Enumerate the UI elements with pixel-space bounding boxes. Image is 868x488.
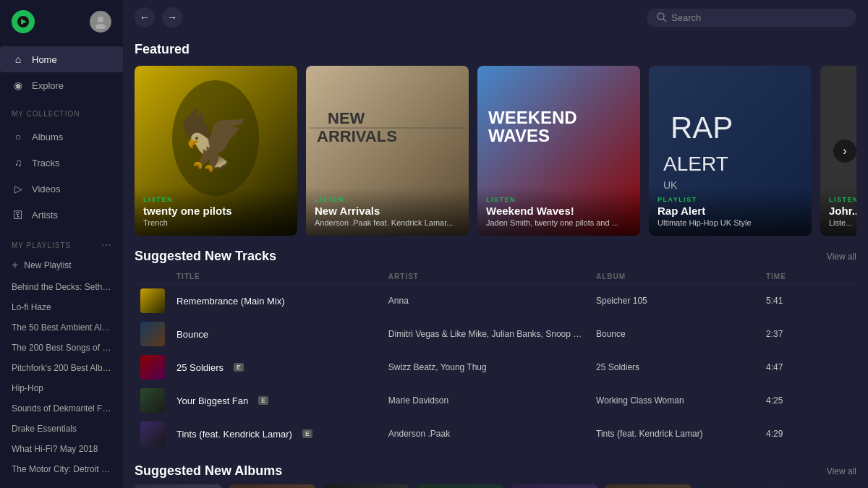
album-card-2[interactable] xyxy=(323,484,409,488)
track-time-4: 4:29 xyxy=(760,417,806,450)
sidebar: ⌂ Home ◉ Explore MY COLLECTION ○ Albums … xyxy=(0,0,123,488)
featured-card-2[interactable]: WEEKEND WAVES LISTEN Weekend Waves! Jade… xyxy=(477,66,640,236)
album-card-1[interactable] xyxy=(229,484,315,488)
featured-row: 🦅 LISTEN twenty one pilots Trench NEW AR… xyxy=(135,66,856,236)
track-thumb-cell xyxy=(135,384,171,417)
album-card-3[interactable] xyxy=(417,484,503,488)
search-icon xyxy=(657,12,667,22)
card-overlay-4: LISTEN Johr... Liste... xyxy=(820,187,856,236)
card-sub-1: Anderson .Paak feat. Kendrick Lamar... xyxy=(315,218,460,227)
table-row[interactable]: Your Biggest Fan E Marie Davidson Workin… xyxy=(135,384,856,417)
sidebar-item-videos[interactable]: ▷ Videos xyxy=(0,176,123,202)
track-actions-cell: + ♡ xyxy=(806,384,856,417)
svg-text:NEW: NEW xyxy=(328,109,365,127)
track-like-button-3[interactable]: ♡ xyxy=(826,393,838,408)
sidebar-playlist-item-6[interactable]: Sounds of Dekmantel Festi... xyxy=(0,398,123,419)
featured-card-3[interactable]: RAP ALERT UK PLAYLIST Rap Alert Ultimate… xyxy=(649,66,812,236)
app-logo[interactable] xyxy=(12,10,35,33)
featured-next-button[interactable]: › xyxy=(833,140,856,163)
track-like-button-4[interactable]: ♡ xyxy=(826,427,838,441)
track-add-button-0[interactable]: + xyxy=(812,294,820,308)
track-actions-cell: + ♡ xyxy=(806,351,856,384)
album-card-0[interactable] xyxy=(135,484,221,488)
add-icon: + xyxy=(12,259,18,272)
svg-line-5 xyxy=(663,19,666,22)
card-sub-2: Jaden Smith, twenty one pilots and ... xyxy=(486,218,631,227)
albums-view-all[interactable]: View all xyxy=(827,466,856,476)
track-thumb-cell xyxy=(135,351,171,384)
featured-card-1[interactable]: NEW ARRIVALS LISTEN New Arrivals Anderso… xyxy=(306,66,469,236)
sidebar-playlist-item-8[interactable]: What Hi-Fi? May 2018 xyxy=(0,439,123,459)
track-artist-2: Swizz Beatz, Young Thug xyxy=(383,351,590,384)
track-thumb-1 xyxy=(140,322,165,346)
card-overlay-1: LISTEN New Arrivals Anderson .Paak feat.… xyxy=(306,187,469,236)
playlists-header: MY PLAYLISTS ⋯ xyxy=(0,231,123,254)
sidebar-playlist-item-5[interactable]: Hip-Hop xyxy=(0,378,123,398)
card-tag-1: LISTEN xyxy=(315,196,460,203)
track-thumb-3 xyxy=(140,388,165,413)
track-like-button-0[interactable]: ♡ xyxy=(826,294,838,308)
track-thumb-cell xyxy=(135,317,171,351)
suggested-tracks-title: Suggested New Tracks xyxy=(135,249,276,264)
sidebar-playlist-item-0[interactable]: Behind the Decks: Seth Tro... xyxy=(0,277,123,297)
sidebar-playlist-item-1[interactable]: Lo-fi Haze xyxy=(0,297,123,317)
track-title-cell: Your Biggest Fan E xyxy=(171,384,383,417)
back-button[interactable]: ← xyxy=(135,7,155,27)
track-like-button-2[interactable]: ♡ xyxy=(826,360,838,374)
forward-icon: → xyxy=(167,12,177,23)
track-add-button-3[interactable]: + xyxy=(812,393,820,408)
sidebar-item-artists[interactable]: ⚿ Artists xyxy=(0,202,123,228)
search-bar[interactable] xyxy=(647,9,856,27)
track-like-button-1[interactable]: ♡ xyxy=(826,327,838,341)
sidebar-item-tracks-label: Tracks xyxy=(32,158,60,168)
tracks-view-all[interactable]: View all xyxy=(827,252,856,262)
album-card-6[interactable] xyxy=(699,484,786,488)
forward-button[interactable]: → xyxy=(162,7,182,27)
album-card-4[interactable] xyxy=(511,484,597,488)
sidebar-item-home[interactable]: ⌂ Home xyxy=(0,46,123,72)
svg-rect-12 xyxy=(310,127,465,129)
featured-title: Featured xyxy=(135,42,856,57)
svg-text:ALERT: ALERT xyxy=(663,153,728,175)
track-artist-4: Anderson .Paak xyxy=(383,417,590,450)
collection-nav: ○ Albums ♫ Tracks ▷ Videos ⚿ Artists xyxy=(0,121,123,231)
table-row[interactable]: Remembrance (Main Mix) Anna Speicher 105… xyxy=(135,284,856,318)
featured-card-0[interactable]: 🦅 LISTEN twenty one pilots Trench xyxy=(135,66,297,236)
svg-text:RAP: RAP xyxy=(671,111,733,145)
new-playlist-button[interactable]: + New Playlist xyxy=(0,254,123,277)
playlists-more-icon[interactable]: ⋯ xyxy=(101,239,111,251)
sidebar-item-albums[interactable]: ○ Albums xyxy=(0,124,123,150)
sidebar-playlist-item-7[interactable]: Drake Essentials xyxy=(0,419,123,439)
sidebar-playlist-item-2[interactable]: The 50 Best Ambient Albu... xyxy=(0,317,123,338)
track-name-3: Your Biggest Fan xyxy=(176,395,248,406)
sidebar-playlist-item-3[interactable]: The 200 Best Songs of the ... xyxy=(0,338,123,358)
explicit-badge: E xyxy=(302,429,312,438)
search-input[interactable] xyxy=(671,12,846,23)
sidebar-item-tracks[interactable]: ♫ Tracks xyxy=(0,150,123,176)
track-name-1: Bounce xyxy=(176,329,208,340)
track-name-4: Tints (feat. Kendrick Lamar) xyxy=(176,429,292,440)
album-card-5[interactable] xyxy=(605,484,692,488)
track-title-cell: Tints (feat. Kendrick Lamar) E xyxy=(171,417,383,450)
track-title-cell: 25 Soldiers E xyxy=(171,351,383,384)
card-title-2: Weekend Waves! xyxy=(486,205,631,217)
topbar: ← → xyxy=(123,0,868,35)
col-time: TIME xyxy=(760,270,806,284)
sidebar-item-explore[interactable]: ◉ Explore xyxy=(0,72,123,98)
track-thumb-2 xyxy=(140,355,165,380)
user-avatar[interactable] xyxy=(90,11,111,33)
sidebar-playlist-item-9[interactable]: The Motor City: Detroit Hou... xyxy=(0,459,123,479)
track-add-button-2[interactable]: + xyxy=(812,360,820,374)
table-row[interactable]: Bounce Dimitri Vegas & Like Mike, Julian… xyxy=(135,317,856,351)
track-add-button-1[interactable]: + xyxy=(812,327,820,341)
card-tag-4: LISTEN xyxy=(829,196,856,203)
track-add-button-4[interactable]: + xyxy=(812,427,820,441)
table-row[interactable]: 25 Soldiers E Swizz Beatz, Young Thug 25… xyxy=(135,351,856,384)
sidebar-item-home-label: Home xyxy=(32,54,57,65)
sidebar-playlist-item-4[interactable]: Pitchfork's 200 Best Album... xyxy=(0,358,123,378)
sidebar-item-albums-label: Albums xyxy=(32,132,63,142)
card-sub-3: Ultimate Hip-Hop UK Style xyxy=(658,218,803,227)
col-num xyxy=(135,270,171,284)
table-row[interactable]: Tints (feat. Kendrick Lamar) E Anderson … xyxy=(135,417,856,450)
sidebar-item-videos-label: Videos xyxy=(32,184,61,194)
